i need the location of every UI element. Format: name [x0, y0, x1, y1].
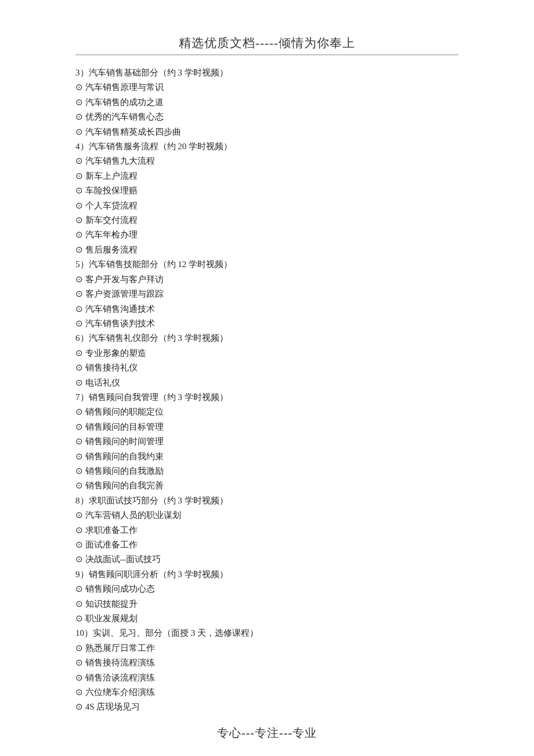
bullet-icon: ⊙ — [75, 169, 83, 183]
list-item: ⊙ 销售顾问的目标管理 — [75, 420, 459, 434]
list-item: ⊙ 4S 店现场见习 — [75, 700, 459, 714]
list-item-text: 职业发展规划 — [85, 614, 138, 623]
bullet-icon: ⊙ — [75, 154, 83, 168]
header-divider — [75, 55, 459, 55]
bullet-icon: ⊙ — [75, 434, 83, 449]
list-item: ⊙ 客户开发与客户拜访 — [75, 272, 459, 287]
list-item-text: 知识技能提升 — [85, 599, 138, 609]
bullet-icon: ⊙ — [75, 287, 83, 301]
list-item-text: 销售顾问的自我约束 — [85, 452, 164, 461]
bullet-icon: ⊙ — [75, 376, 83, 390]
list-item: ⊙ 决战面试--面试技巧 — [75, 552, 459, 567]
list-item-text: 销售顾问成功心态 — [85, 584, 155, 593]
list-item: ⊙ 电话礼仪 — [75, 376, 459, 390]
list-item: ⊙ 销售顾问成功心态 — [75, 582, 459, 596]
bullet-icon: ⊙ — [75, 508, 83, 523]
list-item: ⊙ 新车上户流程 — [75, 169, 459, 183]
section-title: 10）实训、见习、部分（面授 3 天，选修课程） — [75, 626, 459, 640]
bullet-icon: ⊙ — [75, 611, 83, 626]
list-item-text: 销售顾问的职能定位 — [85, 407, 164, 416]
bullet-icon: ⊙ — [75, 641, 83, 656]
list-item: ⊙ 汽车销售的成功之道 — [75, 95, 459, 110]
list-item: ⊙ 汽车销售沟通技术 — [75, 302, 459, 316]
list-item: ⊙ 销售洽谈流程演练 — [75, 671, 459, 685]
bullet-icon: ⊙ — [75, 449, 83, 464]
bullet-icon: ⊙ — [75, 183, 83, 198]
list-item: ⊙ 销售顾问的自我完善 — [75, 478, 459, 493]
bullet-icon: ⊙ — [75, 110, 83, 124]
list-item: ⊙ 客户资源管理与跟踪 — [75, 287, 459, 301]
page-header: 精选优质文档-----倾情为你奉上 — [75, 35, 459, 51]
bullet-icon: ⊙ — [75, 405, 83, 419]
bullet-icon: ⊙ — [75, 346, 83, 361]
list-item: ⊙ 新车交付流程 — [75, 213, 459, 228]
list-item: ⊙ 销售接待礼仪 — [75, 361, 459, 375]
bullet-icon: ⊙ — [75, 95, 83, 110]
section-title: 6）汽车销售礼仪部分（约 3 学时视频） — [75, 331, 459, 345]
list-item: ⊙ 销售顾问的自我激励 — [75, 464, 459, 478]
list-item: ⊙ 求职准备工作 — [75, 523, 459, 538]
list-item-text: 销售顾问的自我完善 — [85, 481, 164, 490]
list-item: ⊙ 车险投保理赔 — [75, 183, 459, 198]
list-item: ⊙ 知识技能提升 — [75, 597, 459, 611]
list-item-text: 决战面试--面试技巧 — [85, 555, 161, 564]
list-item: ⊙ 销售接待流程演练 — [75, 656, 459, 670]
section-title: 7）销售顾问自我管理（约 3 学时视频） — [75, 390, 459, 405]
list-item: ⊙ 汽车销售谈判技术 — [75, 316, 459, 331]
list-item-text: 汽车销售精英成长四步曲 — [85, 127, 181, 136]
list-item: ⊙ 销售顾问的时间管理 — [75, 434, 459, 449]
list-item: ⊙ 汽车年检办理 — [75, 228, 459, 242]
list-item-text: 电话礼仪 — [85, 378, 120, 387]
section-title: 9）销售顾问职涯分析（约 3 学时视频） — [75, 567, 459, 582]
list-item: ⊙ 优秀的汽车销售心态 — [75, 110, 459, 124]
bullet-icon: ⊙ — [75, 125, 83, 139]
bullet-icon: ⊙ — [75, 552, 83, 567]
list-item-text: 汽车销售九大流程 — [85, 156, 155, 165]
bullet-icon: ⊙ — [75, 478, 83, 493]
list-item-text: 个人车贷流程 — [85, 201, 138, 210]
list-item: ⊙ 汽车销售原理与常识 — [75, 80, 459, 95]
list-item-text: 销售顾问的自我激励 — [85, 466, 164, 476]
list-item-text: 4S 店现场见习 — [85, 702, 140, 711]
bullet-icon: ⊙ — [75, 302, 83, 316]
document-page: 精选优质文档-----倾情为你奉上 3）汽车销售基础部分（约 3 学时视频）⊙ … — [0, 0, 534, 738]
list-item-text: 汽车销售的成功之道 — [85, 98, 164, 107]
section-title: 5）汽车销售技能部分（约 12 学时视频） — [75, 257, 459, 272]
list-item: ⊙ 面试准备工作 — [75, 538, 459, 552]
list-item-text: 销售接待流程演练 — [85, 658, 155, 667]
bullet-icon: ⊙ — [75, 538, 83, 552]
bullet-icon: ⊙ — [75, 582, 83, 596]
list-item-text: 汽车销售谈判技术 — [85, 319, 155, 328]
list-item: ⊙ 熟悉展厅日常工作 — [75, 641, 459, 656]
list-item: ⊙ 汽车销售精英成长四步曲 — [75, 125, 459, 139]
list-item-text: 客户资源管理与跟踪 — [85, 289, 164, 298]
list-item-text: 车险投保理赔 — [85, 186, 138, 195]
list-item-text: 汽车销售原理与常识 — [85, 82, 164, 92]
bullet-icon: ⊙ — [75, 228, 83, 242]
bullet-icon: ⊙ — [75, 420, 83, 434]
list-item: ⊙ 销售顾问的职能定位 — [75, 405, 459, 419]
list-item-text: 销售顾问的目标管理 — [85, 422, 164, 431]
bullet-icon: ⊙ — [75, 243, 83, 257]
list-item-text: 客户开发与客户拜访 — [85, 275, 164, 284]
section-title: 8）求职面试技巧部分（约 3 学时视频） — [75, 494, 459, 508]
bullet-icon: ⊙ — [75, 213, 83, 228]
section-title: 3）汽车销售基础部分（约 3 学时视频） — [75, 66, 459, 80]
list-item-text: 优秀的汽车销售心态 — [85, 112, 164, 121]
list-item-text: 面试准备工作 — [85, 540, 138, 549]
list-item-text: 售后服务流程 — [85, 245, 138, 254]
list-item-text: 汽车营销人员的职业谋划 — [85, 510, 181, 520]
list-item-text: 求职准备工作 — [85, 525, 138, 535]
list-item: ⊙ 职业发展规划 — [75, 611, 459, 626]
bullet-icon: ⊙ — [75, 671, 83, 685]
document-content: 3）汽车销售基础部分（约 3 学时视频）⊙ 汽车销售原理与常识⊙ 汽车销售的成功… — [75, 66, 459, 715]
list-item: ⊙ 专业形象的塑造 — [75, 346, 459, 361]
section-title: 4）汽车销售服务流程（约 20 学时视频） — [75, 139, 459, 154]
list-item-text: 销售顾问的时间管理 — [85, 437, 164, 446]
bullet-icon: ⊙ — [75, 361, 83, 375]
list-item-text: 销售洽谈流程演练 — [85, 673, 155, 682]
bullet-icon: ⊙ — [75, 685, 83, 700]
list-item-text: 汽车销售沟通技术 — [85, 304, 155, 314]
list-item-text: 专业形象的塑造 — [85, 348, 146, 358]
list-item: ⊙ 销售顾问的自我约束 — [75, 449, 459, 464]
